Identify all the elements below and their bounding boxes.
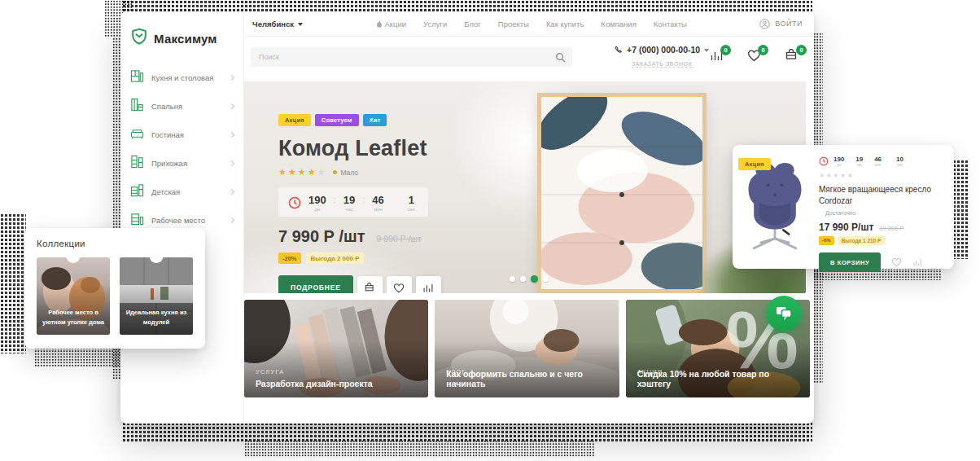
rating-stars: ★★★★★	[819, 173, 944, 179]
chat-widget-button[interactable]	[766, 296, 802, 331]
benefit-badge: Выгода 2 000 Р	[306, 252, 365, 264]
slider-dot[interactable]	[510, 276, 515, 282]
fire-icon	[376, 20, 383, 28]
promo-tag: Услуга	[256, 368, 284, 375]
discount-badge: -20%	[278, 252, 301, 264]
nav-link-howtobuy[interactable]: Как купить	[546, 20, 584, 29]
clock-icon	[819, 156, 829, 166]
phone-block: +7 (000) 000-00-10 заказать звонок	[615, 45, 709, 69]
logo-text: Максимум	[154, 32, 217, 46]
product-details: 190дн : 19час : 46мин 10сек ★★★★★ Мягкое…	[817, 145, 954, 269]
top-navigation: Челябинск Акции Услуги Блог Проекты Как …	[244, 11, 814, 37]
compare-button[interactable]: 0	[710, 49, 724, 65]
sidebar-item-livingroom[interactable]: Гостиная	[120, 121, 243, 149]
search-icon[interactable]	[555, 51, 566, 66]
sidebar-item-kitchen[interactable]: Кухня и столовая	[120, 64, 243, 92]
noise-bottom-center	[244, 440, 594, 458]
collection-card-workspace[interactable]: Рабочее место в уютном уголке дома	[37, 257, 110, 335]
collections-popup: Коллекции Рабочее место в уютном уголке …	[24, 228, 205, 349]
availability-dot	[819, 212, 822, 215]
availability-status: Мало	[333, 169, 358, 177]
sidebar-item-kids[interactable]: Детская	[120, 178, 243, 206]
cart-button[interactable]: 0	[785, 49, 799, 65]
wishlist-count-badge: 0	[758, 45, 768, 55]
logo[interactable]: Максимум	[120, 11, 243, 49]
sidebar-item-label: Кухня и столовая	[151, 73, 222, 82]
add-to-cart-button[interactable]: В корзину	[819, 252, 881, 272]
promo-title: Разработка дизайн-проекта	[256, 379, 420, 389]
compare-icon	[422, 283, 434, 293]
city-label: Челябинск	[252, 20, 294, 29]
logo-shield-icon	[130, 28, 148, 49]
sidebar-item-label: Спальня	[151, 102, 222, 111]
badge-promo: Акция	[278, 114, 311, 126]
callback-link[interactable]: заказать звонок	[632, 61, 692, 68]
kids-room-icon	[130, 183, 144, 200]
promo-card-service[interactable]: Услуга Разработка дизайн-проекта	[244, 300, 428, 397]
phone-number[interactable]: +7 (000) 000-00-10	[627, 45, 700, 55]
sidebar-item-label: Детская	[151, 187, 222, 196]
noise-left-blob	[0, 213, 26, 353]
wishlist-button[interactable]: 0	[747, 49, 761, 65]
compare-count-badge: 0	[720, 45, 731, 55]
badge-promo: Акция	[738, 158, 771, 170]
nav-link-blog[interactable]: Блог	[464, 20, 481, 29]
compare-toggle-button[interactable]	[912, 258, 922, 267]
chevron-right-icon	[229, 160, 234, 166]
sidebar-item-label: Гостиная	[151, 130, 222, 139]
compare-toggle-button[interactable]	[416, 276, 441, 294]
city-selector[interactable]: Челябинск	[252, 20, 303, 29]
login-button[interactable]: войти	[759, 19, 803, 29]
hero-discount-row: -20% Выгода 2 000 Р	[278, 252, 523, 264]
noise-popup-right	[952, 160, 969, 259]
product-card-popup[interactable]: Акция 190дн : 19час	[733, 145, 954, 269]
sidebar-item-hallway[interactable]: Прихожая	[120, 149, 243, 178]
discount-badge: -6%	[819, 236, 834, 245]
browser-window: Максимум Кухня и столовая Спальня Гостин…	[120, 11, 814, 424]
wishlist-toggle-button[interactable]	[891, 257, 902, 267]
nav-link-contacts[interactable]: Контакты	[654, 20, 687, 29]
category-menu: Кухня и столовая Спальня Гостиная Прихож…	[120, 64, 243, 235]
chevron-right-icon	[229, 189, 234, 195]
current-price: 7 990 Р /шт	[278, 227, 365, 246]
kitchen-icon	[130, 69, 144, 86]
chat-icon	[776, 306, 792, 321]
cart-icon	[364, 283, 376, 293]
slider-dot[interactable]	[531, 275, 538, 283]
details-button[interactable]: Подробнее	[278, 275, 353, 293]
workspace-icon	[130, 212, 144, 229]
search-input[interactable]	[251, 47, 572, 67]
nav-link-company[interactable]: Компания	[601, 20, 636, 29]
promo-card-blog[interactable]: Блог Как оформить спальню и с чего начин…	[435, 300, 619, 397]
chevron-right-icon	[229, 103, 234, 109]
add-to-cart-button[interactable]	[357, 276, 383, 294]
product-price-row: 17 990 Р/шт 19 200 Р	[819, 222, 944, 233]
collections-title: Коллекции	[37, 239, 193, 248]
hero-price-row: 7 990 Р /шт 9 990 Р /шт	[278, 227, 523, 246]
nav-link-projects[interactable]: Проекты	[498, 20, 529, 29]
nav-link-services[interactable]: Услуги	[423, 20, 447, 29]
user-icon	[759, 19, 770, 29]
slider-dot[interactable]	[520, 276, 526, 282]
countdown-timer: 190дн : 19час : 46мин 1сек	[278, 187, 428, 217]
current-price: 17 990 Р/шт	[819, 222, 873, 233]
badge-recommended: Советуем	[315, 114, 359, 126]
slider-dots[interactable]	[510, 275, 549, 283]
nav-link-promos[interactable]: Акции	[376, 20, 407, 29]
product-title[interactable]: Мягкое вращающееся кресло Cordozar	[819, 184, 944, 207]
chevron-right-icon	[229, 132, 234, 138]
slider-dot[interactable]	[543, 276, 549, 282]
chevron-right-icon	[229, 75, 234, 81]
sidebar-item-bedroom[interactable]: Спальня	[120, 92, 243, 121]
hallway-icon	[130, 155, 144, 172]
collection-title: Рабочее место в уютном уголке дома	[41, 308, 106, 329]
noise-top	[122, 0, 812, 12]
collection-card-kitchen[interactable]: Идеальная кухня из модулей	[120, 257, 193, 335]
chevron-right-icon	[229, 217, 234, 223]
promo-title: Как оформить спальню и с чего начинать	[446, 369, 610, 389]
wishlist-toggle-button[interactable]	[387, 276, 412, 294]
search-box	[251, 47, 572, 67]
hero-product-title: Комод Leaflet	[278, 136, 523, 161]
hero-product-image	[537, 93, 707, 293]
old-price: 9 990 Р /шт	[377, 234, 422, 244]
